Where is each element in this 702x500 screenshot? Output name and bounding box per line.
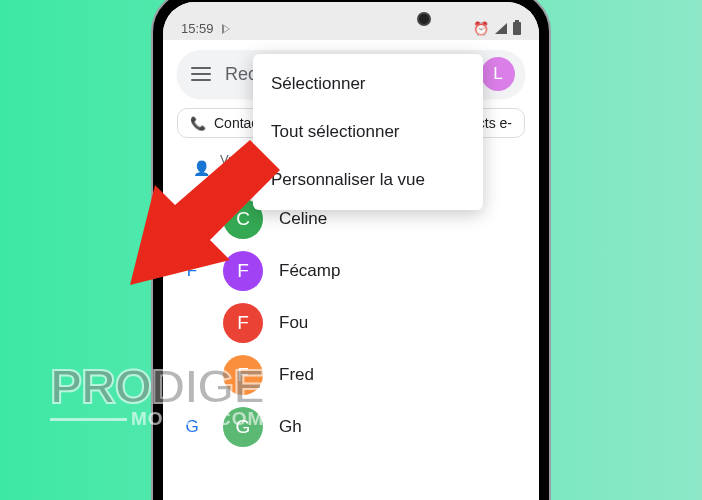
battery-icon (513, 22, 521, 35)
overflow-menu: Sélectionner Tout sélectionner Personnal… (253, 54, 483, 210)
menu-item-customize-view[interactable]: Personnaliser la vue (253, 156, 483, 204)
menu-icon[interactable] (191, 67, 211, 81)
contact-name: Fou (279, 313, 308, 333)
profile-avatar[interactable]: L (481, 57, 515, 91)
section-letter: F (177, 261, 207, 281)
phone-icon (190, 115, 206, 131)
person-icon (193, 160, 210, 176)
clock: 15:59 (181, 21, 214, 36)
screen: 15:59 Rech L Contacts ntacts e- (163, 2, 539, 500)
contact-avatar: G (223, 407, 263, 447)
contact-name: Fécamp (279, 261, 340, 281)
menu-item-select[interactable]: Sélectionner (253, 60, 483, 108)
view-info-line1: Vue (220, 152, 253, 168)
signal-icon (495, 23, 507, 34)
menu-item-select-all[interactable]: Tout sélectionner (253, 108, 483, 156)
contact-name: Celine (279, 209, 327, 229)
section-letter: G (177, 417, 207, 437)
contact-avatar: F (223, 303, 263, 343)
status-bar: 15:59 (163, 2, 539, 40)
contact-row[interactable]: FFred (177, 349, 525, 401)
contacts-list: CCelineFFFécampFFouFFredGGGh (163, 193, 539, 453)
contact-name: Gh (279, 417, 302, 437)
contact-row[interactable]: GGGh (177, 401, 525, 453)
contact-row[interactable]: FFFécamp (177, 245, 525, 297)
play-store-icon (222, 24, 230, 34)
phone-frame: 15:59 Rech L Contacts ntacts e- (151, 0, 551, 500)
contact-avatar: F (223, 251, 263, 291)
contact-avatar: F (223, 355, 263, 395)
view-info-line2: • cont (220, 168, 253, 184)
contact-name: Fred (279, 365, 314, 385)
contact-row[interactable]: FFou (177, 297, 525, 349)
alarm-icon (473, 21, 489, 36)
